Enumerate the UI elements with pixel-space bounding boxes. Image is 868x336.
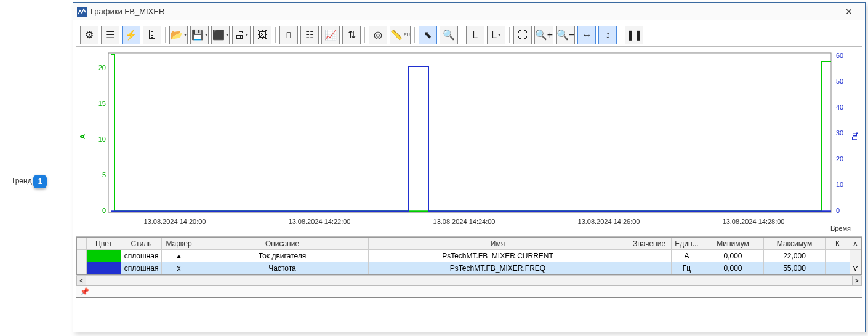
marker-cell: ▲ bbox=[162, 250, 196, 262]
name-cell: PsTechMT.FB_MIXER.FREQ bbox=[369, 262, 627, 274]
link-button[interactable]: ☰ bbox=[101, 26, 119, 44]
style-cell: сплошная bbox=[121, 250, 162, 262]
x-tick: 13.08.2024 14:22:00 bbox=[276, 218, 363, 225]
save-button[interactable]: 💾▾ bbox=[190, 26, 209, 44]
print-button[interactable]: 🖨▾ bbox=[232, 26, 251, 44]
col-name[interactable]: Имя bbox=[369, 238, 627, 249]
chart-svg bbox=[76, 47, 862, 236]
x-tick: 13.08.2024 14:28:00 bbox=[710, 218, 797, 225]
open-icon: 📂 bbox=[171, 29, 183, 41]
toolbar-separator bbox=[621, 27, 621, 43]
y-right-tick: 10 bbox=[836, 181, 851, 188]
col-min[interactable]: Минимум bbox=[702, 238, 764, 249]
legend-scroll-up[interactable]: ⋏ bbox=[850, 238, 861, 249]
k-cell bbox=[826, 250, 850, 262]
list-button[interactable]: ☷ bbox=[300, 26, 319, 44]
link-icon: ☰ bbox=[106, 29, 115, 41]
scale-icon: ⇅ bbox=[348, 29, 356, 41]
lb-button[interactable]: L bbox=[466, 26, 484, 44]
col-style[interactable]: Стиль bbox=[121, 238, 162, 249]
scroll-right-button[interactable]: > bbox=[852, 276, 862, 286]
value-cell bbox=[627, 262, 672, 274]
haxis-button[interactable]: ↔ bbox=[577, 26, 596, 44]
chevron-down-icon: ▾ bbox=[246, 32, 248, 38]
print-icon: 🖨 bbox=[235, 30, 244, 41]
legend-gutter bbox=[77, 250, 87, 262]
y-left-axis-label: A bbox=[79, 134, 86, 139]
max-cell: 22,000 bbox=[764, 250, 826, 262]
col-value[interactable]: Значение bbox=[627, 238, 672, 249]
col-unit[interactable]: Един... bbox=[672, 238, 702, 249]
legend-row[interactable]: сплошная ▲ Ток двигателя PsTechMT.FB_MIX… bbox=[77, 250, 861, 262]
legend-scroll-down[interactable]: ⋎ bbox=[850, 262, 861, 274]
col-k[interactable]: К bbox=[826, 238, 850, 249]
pointer-icon: ⬉ bbox=[424, 29, 432, 41]
legend-gutter bbox=[77, 262, 87, 274]
color-swatch bbox=[87, 250, 121, 262]
chevron-down-icon: ▾ bbox=[226, 32, 228, 38]
chevron-down-icon: ▾ bbox=[205, 32, 207, 38]
k-cell bbox=[826, 262, 850, 274]
window-title: Графики FB_MIXER bbox=[90, 7, 837, 16]
vaxis-button[interactable]: ↕ bbox=[598, 26, 617, 44]
zoom-icon: 🔍 bbox=[443, 29, 455, 41]
trend-chart[interactable]: 0 5 10 15 20 A 0 10 20 30 40 50 60 Гц bbox=[76, 47, 862, 236]
style-cell: сплошная bbox=[121, 262, 162, 274]
col-max[interactable]: Максимум bbox=[764, 238, 826, 249]
target-button[interactable]: ◎ bbox=[369, 26, 387, 44]
toolbar-separator bbox=[462, 27, 462, 43]
statusbar: 📌 bbox=[76, 285, 862, 297]
osc-button[interactable]: ⎍ bbox=[279, 26, 298, 44]
lb-dropdown-button[interactable]: L▾ bbox=[487, 26, 505, 44]
ruler-button[interactable]: 📏EU bbox=[390, 26, 411, 44]
pause-icon: ❚❚ bbox=[626, 29, 642, 41]
unit-cell: A bbox=[672, 250, 702, 262]
min-cell: 0,000 bbox=[702, 250, 764, 262]
pause-button[interactable]: ❚❚ bbox=[625, 26, 643, 44]
y-left-tick: 0 bbox=[91, 207, 106, 214]
realtime-button[interactable]: ⚡ bbox=[122, 26, 140, 44]
col-marker[interactable]: Маркер bbox=[162, 238, 196, 249]
database-button[interactable]: 🗄 bbox=[143, 26, 161, 44]
zoom-out-button[interactable]: 🔍− bbox=[556, 26, 575, 44]
legend-gutter bbox=[77, 238, 87, 249]
image-button[interactable]: 🖼 bbox=[253, 26, 271, 44]
annotation-bubble: 1 bbox=[33, 175, 47, 188]
scale-button[interactable]: ⇅ bbox=[342, 26, 361, 44]
excel-icon: ⬛ bbox=[212, 29, 225, 41]
close-button[interactable]: ✕ bbox=[837, 4, 861, 19]
target-icon: ◎ bbox=[374, 29, 382, 41]
y-left-tick: 20 bbox=[91, 64, 106, 71]
annotation-label: Тренд bbox=[11, 177, 32, 185]
open-button[interactable]: 📂▾ bbox=[169, 26, 188, 44]
y-left-tick: 15 bbox=[91, 100, 106, 107]
toolbar-separator bbox=[414, 27, 415, 43]
gear-icon: ⚙ bbox=[85, 29, 94, 41]
varrow-icon: ↕ bbox=[605, 30, 610, 41]
col-desc[interactable]: Описание bbox=[196, 238, 369, 249]
scroll-left-button[interactable]: < bbox=[76, 276, 86, 286]
pin-icon[interactable]: 📌 bbox=[80, 287, 89, 296]
legend-scroll-spacer bbox=[850, 250, 861, 262]
export-excel-button[interactable]: ⬛▾ bbox=[211, 26, 230, 44]
pointer-button[interactable]: ⬉ bbox=[419, 26, 437, 44]
color-swatch bbox=[87, 262, 121, 274]
x-tick: 13.08.2024 14:24:00 bbox=[421, 218, 507, 225]
zoom-in-button[interactable]: 🔍+ bbox=[534, 26, 553, 44]
line-chart-button[interactable]: 📈 bbox=[321, 26, 340, 44]
legend-row[interactable]: сплошная x Частота PsTechMT.FB_MIXER.FRE… bbox=[77, 262, 861, 274]
col-color[interactable]: Цвет bbox=[87, 238, 121, 249]
value-cell bbox=[627, 250, 672, 262]
legend-hscrollbar[interactable]: < > bbox=[76, 275, 862, 285]
y-right-tick: 40 bbox=[836, 103, 851, 111]
toolbar: ⚙ ☰ ⚡ 🗄 📂▾ 💾▾ ⬛▾ 🖨▾ 🖼 ⎍ ☷ 📈 ⇅ ◎ bbox=[76, 23, 862, 47]
lb-icon: L bbox=[491, 30, 497, 41]
x-axis-label: Время bbox=[830, 225, 851, 232]
toolbar-separator bbox=[364, 27, 365, 43]
titlebar[interactable]: Графики FB_MIXER ✕ bbox=[73, 3, 865, 20]
min-cell: 0,000 bbox=[702, 262, 764, 274]
fit-button[interactable]: ⛶ bbox=[513, 26, 532, 44]
settings-button[interactable]: ⚙ bbox=[80, 26, 98, 44]
y-left-tick: 5 bbox=[91, 171, 106, 178]
zoom-button[interactable]: 🔍 bbox=[440, 26, 458, 44]
